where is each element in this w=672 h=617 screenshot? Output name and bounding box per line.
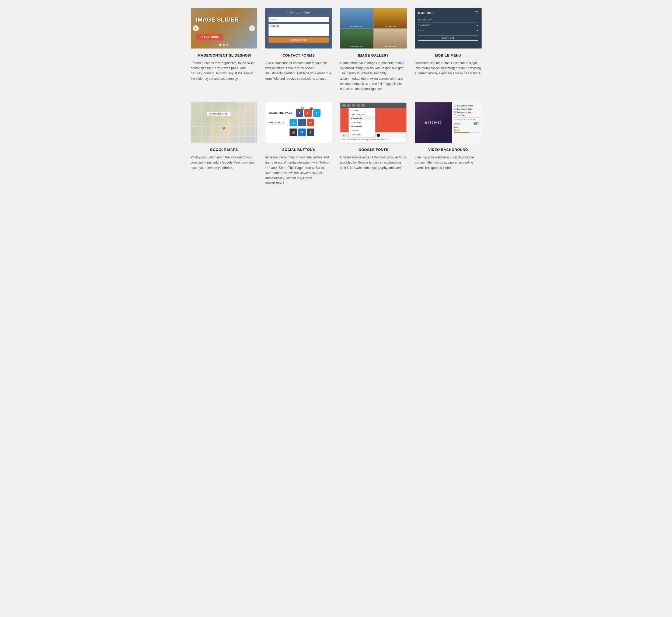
card-description-social-buttons: Increase the number of your site visitor…: [265, 155, 332, 186]
font-option-ubuntu[interactable]: Ubuntu: [349, 129, 375, 133]
feature-card-image-gallery: Type caption here Type caption here Type…: [340, 8, 407, 91]
contact-message-input[interactable]: [268, 24, 329, 36]
slider-prev-button[interactable]: ‹: [193, 25, 199, 31]
tumblr-icon[interactable]: t: [307, 129, 314, 136]
card-title-image-slider: IMAGE/CONTENT SLIDESHOW: [191, 53, 257, 57]
font-option-droid-serif[interactable]: Droid Serif: [349, 133, 375, 137]
video-option-bg-video: Background Video: [454, 111, 479, 113]
mm-download-button[interactable]: DOWNLOAD: [418, 36, 478, 41]
radio-bg-image[interactable]: [454, 105, 456, 107]
video-url-input[interactable]: [454, 118, 479, 121]
feature-card-google-maps: Empire State Building × 📍 GOOGLE MAPS Po…: [191, 102, 257, 186]
mobile-menu-header: MOBIRISE ☰: [418, 11, 478, 15]
feature-card-social-buttons: SHARE THIS PAGE! f 192 g+ 47 t: [265, 102, 332, 186]
mm-item-features[interactable]: FEATURES ▾: [418, 23, 478, 28]
feature-card-mobile-menu: MOBIRISE ☰ OVERVIEW FEATURES ▾ HELP ▾ DO…: [415, 8, 482, 91]
radio-bg-color[interactable]: [454, 108, 456, 110]
video-slider-fill: [454, 132, 469, 133]
gallery-cell-4[interactable]: Type caption here: [374, 29, 407, 48]
map-label-text: Empire State Building: [209, 113, 227, 115]
twitter-share-icon[interactable]: t: [313, 109, 320, 117]
slider-dot-2[interactable]: [223, 44, 225, 46]
card-title-google-maps: GOOGLE MAPS: [191, 148, 257, 152]
feature-grid-row-1: IMAGE SLIDER LEARN MORE ‹ › IMAGE/CONTEN…: [191, 8, 482, 91]
social-follow-row: FOLLOW US t f g+: [268, 119, 329, 126]
map-road-horizontal: [191, 119, 257, 119]
card-description-video-background: Liven up your website and catch your sit…: [415, 155, 482, 171]
fonts-toolbar-btn-3[interactable]: ⊡: [352, 104, 356, 107]
slider-preview: IMAGE SLIDER LEARN MORE ‹ ›: [191, 8, 257, 48]
fonts-preview: ⊞ ≡ ⊡ ≣ ⚙ PT Sans Open Sans Con... ✓ Ral…: [340, 102, 407, 143]
video-option-bg-video-label: Background Video: [457, 111, 473, 113]
slider-dots: [219, 44, 228, 46]
fonts-toolbar-btn-2[interactable]: ≡: [347, 104, 351, 107]
slider-next-button[interactable]: ›: [249, 25, 255, 31]
contact-form-title: CONTACT FORM: [268, 11, 329, 14]
video-right-panel: Background Image Background Color Backgr…: [452, 102, 482, 143]
map-road-vertical-2: [231, 102, 231, 143]
social-share-row: SHARE THIS PAGE! f 192 g+ 47 t: [268, 109, 329, 117]
gallery-caption-2: Type caption here: [384, 25, 397, 27]
video-overlay-row: Overlay: [454, 122, 479, 125]
map-label-close-icon[interactable]: ×: [228, 113, 229, 115]
card-description-image-slider: Embed a completely responsive, touch-swi…: [191, 61, 257, 81]
video-color-label: Color: [454, 126, 459, 128]
mm-features-arrow-icon: ▾: [477, 24, 478, 26]
font-color-picker[interactable]: [377, 133, 380, 137]
gallery-cell-2[interactable]: Type caption here: [374, 8, 407, 28]
social-preview: SHARE THIS PAGE! f 192 g+ 47 t: [265, 102, 332, 143]
fonts-toolbar: ⊞ ≡ ⊡ ≣ ⚙: [341, 102, 407, 108]
hamburger-icon[interactable]: ☰: [475, 11, 478, 15]
mm-item-help[interactable]: HELP ▾: [418, 28, 478, 33]
slider-dot-1[interactable]: [219, 44, 221, 46]
social-follow-icons: t f g+: [289, 119, 314, 126]
github-icon[interactable]: 🐙: [289, 129, 297, 136]
video-option-youtube: YouTube: [454, 114, 479, 117]
twitter-follow-icon[interactable]: t: [289, 119, 297, 126]
behance-icon[interactable]: Bē: [298, 129, 306, 136]
slider-title: IMAGE SLIDER: [196, 16, 239, 23]
video-overlay-toggle[interactable]: [473, 122, 479, 125]
googleplus-follow-icon[interactable]: g+: [307, 119, 314, 126]
map-pin-icon: 📍: [221, 127, 227, 132]
video-opacity-slider[interactable]: [454, 132, 479, 133]
font-option-droid-sans[interactable]: Droid Sans: [349, 121, 375, 125]
gallery-cell-1[interactable]: Type caption here: [340, 8, 373, 28]
font-bottom-btn-1[interactable]: B: [342, 134, 346, 137]
font-option-raleway[interactable]: ✓ Raleway: [349, 117, 375, 121]
card-title-image-gallery: IMAGE GALLERY: [340, 53, 407, 57]
gallery-caption-4: Type caption here: [384, 46, 397, 47]
font-option-pt-sans[interactable]: PT Sans: [349, 108, 375, 113]
card-title-social-buttons: SOCIAL BUTTONS: [265, 148, 332, 152]
fonts-toolbar-btn-4[interactable]: ≣: [357, 104, 361, 107]
googleplus-share-icon[interactable]: g+ 47: [304, 109, 312, 117]
font-option-montserrat[interactable]: Montserrat: [349, 125, 375, 129]
card-description-mobile-menu: Horizontal site menu folds itself into a…: [415, 61, 482, 76]
video-label: VIDEO: [425, 120, 442, 126]
contact-name-input[interactable]: [268, 17, 329, 22]
font-option-open-sans[interactable]: Open Sans Con...: [349, 113, 375, 117]
gallery-preview: Type caption here Type caption here Type…: [340, 8, 407, 48]
mm-item-help-label: HELP: [418, 29, 425, 32]
video-option-bg-color: Background Color: [454, 108, 479, 110]
fonts-toolbar-btn-1[interactable]: ⊞: [342, 104, 346, 107]
facebook-share-icon[interactable]: f 192: [296, 109, 303, 117]
fonts-text-preview: ite in a few clicks! Mobirise helps you …: [341, 138, 407, 141]
fonts-dropdown[interactable]: PT Sans Open Sans Con... ✓ Raleway Droid…: [349, 108, 376, 137]
feature-card-google-fonts: ⊞ ≡ ⊡ ≣ ⚙ PT Sans Open Sans Con... ✓ Ral…: [340, 102, 407, 186]
toggle-knob: [477, 123, 479, 125]
card-title-google-fonts: GOOGLE FONTS: [340, 148, 407, 152]
fonts-content-background: PT Sans Open Sans Con... ✓ Raleway Droid…: [341, 108, 407, 132]
slider-learn-more-button[interactable]: LEARN MORE: [196, 34, 223, 40]
facebook-follow-icon[interactable]: f: [298, 119, 306, 126]
mm-item-overview[interactable]: OVERVIEW: [418, 17, 478, 23]
gallery-cell-3[interactable]: Type caption here: [340, 29, 373, 48]
radio-bg-video[interactable]: [454, 111, 456, 113]
card-title-contact-forms: CONTACT FORMS: [265, 53, 332, 57]
social-follow-icons-2: 🐙 Bē t: [289, 129, 314, 136]
slider-dot-3[interactable]: [226, 44, 228, 46]
contact-submit-button[interactable]: CONTACT US: [268, 37, 329, 43]
radio-youtube[interactable]: [454, 114, 456, 117]
fonts-toolbar-btn-5[interactable]: ⚙: [362, 104, 365, 107]
maps-preview: Empire State Building × 📍: [191, 102, 257, 143]
